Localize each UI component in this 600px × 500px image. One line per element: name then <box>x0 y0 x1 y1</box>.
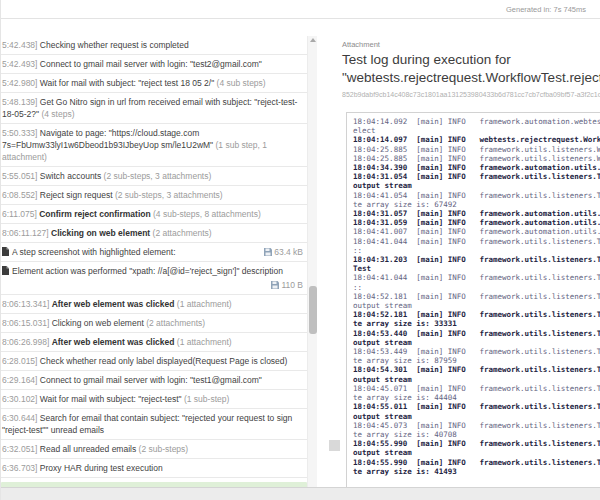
step-text: After web element was clicked <box>52 299 177 309</box>
log-line: 18:04:14.097 [main] INFO webtests.reject… <box>353 135 600 144</box>
test-step-row[interactable]: 6:30.644] Search for email that contain … <box>1 409 307 440</box>
log-line-wrap: te array size is: 33331 <box>353 319 600 328</box>
log-line: 18:04:31.203 [main] INFO framework.utils… <box>353 255 600 264</box>
test-step-row[interactable]: 5:48.139] Get Go Nitro sign in url from … <box>1 93 307 124</box>
step-timestamp: 5:42.493] <box>2 59 40 69</box>
step-timestamp: 8:06:15.031] <box>2 318 52 328</box>
test-step-row[interactable]: 6:29.164] Connect to gmail mail server w… <box>1 371 307 390</box>
log-line-wrap: :: <box>353 283 600 292</box>
log-line-wrap: :: <box>353 246 600 255</box>
step-timestamp: 8:06:11.127] <box>2 228 51 238</box>
step-text: Check whether read only label displayed(… <box>40 356 288 366</box>
log-line-wrap: te array size is: 87959 <box>353 356 600 365</box>
log-line-wrap: te array size is: 67492 <box>353 200 600 209</box>
chevron-up-icon[interactable] <box>310 38 316 42</box>
log-line: 18:04:25.885 [main] INFO framework.utils… <box>353 145 600 154</box>
step-text: Wait for mail with subject: "reject-test… <box>40 394 184 404</box>
test-step-row[interactable]: 6:36.703] Proxy HAR during test executio… <box>1 459 307 478</box>
step-timestamp: 6:30.102] <box>2 394 40 404</box>
log-line: 18:04:31.059 [main] INFO framework.autom… <box>353 218 600 227</box>
attachment-size-label: 63.4 kB <box>274 246 303 258</box>
step-text: Reject sign request <box>40 190 115 200</box>
log-line: 18:04:45.073 [main] INFO framework.utils… <box>353 421 600 430</box>
log-line: 18:04:34.390 [main] INFO framework.autom… <box>353 163 600 172</box>
report-topbar: Generated in: 7s 745ms <box>1 0 600 19</box>
test-step-row[interactable]: 5:42.438] Checking whether request is co… <box>1 36 307 55</box>
attachment-hash: 852b9dabf9cb14c408c73c1801aa131253980433… <box>336 91 600 98</box>
test-step-row[interactable]: 5:50.333] Navigate to page: "https://clo… <box>1 124 307 167</box>
log-line: 18:04:53.440 [main] INFO framework.utils… <box>353 329 600 338</box>
test-step-row[interactable]: 6:30.102] Wait for mail with subject: "r… <box>1 390 307 409</box>
log-line: 18:04:52.181 [main] INFO framework.utils… <box>353 310 600 319</box>
log-line-wrap: te array size is: 40708 <box>353 430 600 439</box>
log-line: 18:04:52.181 [main] INFO framework.utils… <box>353 292 600 301</box>
log-line-wrap: output stream <box>353 375 600 384</box>
log-line: 18:04:55.011 [main] INFO framework.utils… <box>353 402 600 411</box>
step-text: Clicking on web element <box>51 228 153 238</box>
attachment-row[interactable]: Element action was performed "xpath: //a… <box>1 262 307 295</box>
step-timestamp: 6:11.075] <box>2 209 39 219</box>
log-viewer[interactable]: 18:04:14.092 [main] INFO framework.autom… <box>346 112 600 487</box>
step-timestamp: 6:28.015] <box>2 356 40 366</box>
step-timestamp: 5:50.333] <box>2 128 40 138</box>
step-meta-count: (2 attachments) <box>153 228 212 238</box>
step-timestamp: 6:36.703] <box>2 463 40 473</box>
attachment-size-label: 110 B <box>281 279 303 291</box>
test-step-row[interactable]: 6:11.075] Confirm reject confirmation (4… <box>1 205 307 224</box>
log-line-wrap: te array size is: 41493 <box>353 467 600 476</box>
step-timestamp: 6:08.552] <box>2 190 40 200</box>
test-step-row[interactable]: 6:32.051] Read all unreaded emails (2 su… <box>1 440 307 459</box>
page-bottom-bar <box>1 487 600 500</box>
step-text: Confirm reject confirmation <box>39 209 153 219</box>
attachment-text: A step screenshot with highlighted eleme… <box>12 246 176 258</box>
scrollbar-thumb[interactable] <box>309 286 317 334</box>
step-text: Read all unreaded emails <box>40 444 139 454</box>
log-line: 18:04:54.301 [main] INFO framework.utils… <box>353 365 600 374</box>
step-text: Wait for mail with subject: "reject test… <box>40 78 217 88</box>
log-line-wrap: Test <box>353 264 600 273</box>
step-text: Search for email that contain subject: "… <box>2 413 292 435</box>
step-timestamp: 6:29.164] <box>2 375 40 385</box>
file-icon <box>2 266 9 275</box>
log-line-wrap: output stream <box>353 338 600 347</box>
test-step-row[interactable]: 5:42.980] Wait for mail with subject: "r… <box>1 74 307 93</box>
step-meta-count: (2 attachments) <box>146 318 205 328</box>
log-line: 18:04:55.990 [main] INFO framework.utils… <box>353 458 600 467</box>
step-timestamp: 8:06:26.998] <box>2 337 52 347</box>
test-steps-panel: 5:42.438] Checking whether request is co… <box>1 36 317 487</box>
test-step-row[interactable]: 8:06:15.031] Clicking on web element (2 … <box>1 314 307 333</box>
log-line-wrap: output stream <box>353 448 600 457</box>
step-text: After web element was clicked <box>52 337 177 347</box>
test-step-row[interactable]: 6:28.015] Check whether read only label … <box>1 352 307 371</box>
step-timestamp: 5:55.051] <box>2 171 40 181</box>
step-meta-count: (4 sub-steps, 8 attachments) <box>153 209 261 219</box>
step-text: Connect to gmail mail server with login:… <box>40 59 262 69</box>
step-text: Switch accounts <box>40 171 104 181</box>
file-icon <box>2 247 9 256</box>
test-step-row[interactable]: 5:42.493] Connect to gmail mail server w… <box>1 55 307 74</box>
attachment-label: Attachment <box>336 36 600 51</box>
attachment-text: Element action was performed "xpath: //a… <box>12 265 283 277</box>
test-steps-list: 5:42.438] Checking whether request is co… <box>1 36 307 487</box>
log-line: 18:04:25.885 [main] INFO framework.utils… <box>353 154 600 163</box>
test-step-row[interactable]: 8:06:13.341] After web element was click… <box>1 295 307 314</box>
left-panel-scrollbar[interactable] <box>307 36 317 487</box>
log-line: 18:04:41.007 [main] INFO framework.autom… <box>353 227 600 236</box>
step-meta-count: (2 sub-steps, 3 attachments) <box>115 190 223 200</box>
step-timestamp: 8:06:13.341] <box>2 299 52 309</box>
step-text: Clicking on web element <box>52 318 147 328</box>
step-timestamp: 5:42.980] <box>2 78 40 88</box>
step-meta-count: (1 attachment) <box>177 299 232 309</box>
generated-in-label: Generated in: 7s 745ms <box>506 5 586 14</box>
attachment-title: Test log during execution for "webtests.… <box>336 51 600 88</box>
attachment-row[interactable]: A step screenshot with highlighted eleme… <box>1 243 307 262</box>
test-step-row[interactable]: 8:06:11.127] Clicking on web element (2 … <box>1 224 307 243</box>
step-text: Proxy HAR during test execution <box>40 463 163 473</box>
test-step-row[interactable]: 8:06:26.998] After web element was click… <box>1 333 307 352</box>
save-icon[interactable] <box>271 281 279 289</box>
test-step-row[interactable]: 5:55.051] Switch accounts (2 sub-steps, … <box>1 167 307 186</box>
test-step-row[interactable]: 6:08.552] Reject sign request (2 sub-ste… <box>1 186 307 205</box>
save-icon[interactable] <box>264 248 272 256</box>
step-meta-count: (1 sub-step) <box>184 394 229 404</box>
log-line: 18:04:41.044 [main] INFO framework.utils… <box>353 237 600 246</box>
